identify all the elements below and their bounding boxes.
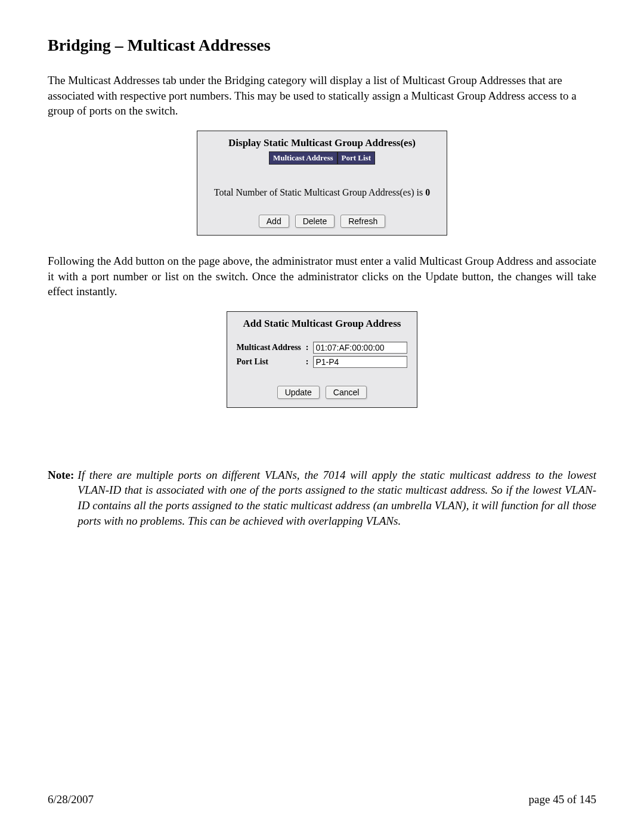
page-title: Bridging – Multicast Addresses bbox=[48, 36, 596, 55]
label-port-list: Port List bbox=[234, 355, 304, 369]
footer-date: 6/28/2007 bbox=[48, 793, 94, 806]
add-multicast-panel: Add Static Multicast Group Address Multi… bbox=[227, 311, 417, 408]
multicast-address-input[interactable] bbox=[313, 342, 407, 354]
panel1-button-row: Add Delete Refresh bbox=[202, 215, 442, 228]
panel1-total-line: Total Number of Static Multicast Group A… bbox=[202, 187, 442, 198]
cancel-button[interactable]: Cancel bbox=[326, 386, 367, 399]
col-port-list: Port List bbox=[338, 151, 375, 165]
panel1-title: Display Static Multicast Group Address(e… bbox=[202, 137, 442, 149]
row-port-list: Port List : bbox=[234, 355, 410, 369]
label-multicast-address: Multicast Address bbox=[234, 340, 304, 355]
colon: : bbox=[304, 340, 311, 355]
panel2-form-table: Multicast Address : Port List : bbox=[234, 340, 410, 369]
document-page: Bridging – Multicast Addresses The Multi… bbox=[0, 0, 644, 833]
panel1-table-header: Multicast Address Port List bbox=[202, 151, 442, 165]
update-button[interactable]: Update bbox=[277, 386, 320, 399]
refresh-button[interactable]: Refresh bbox=[340, 215, 385, 228]
note-block: Note: If there are multiple ports on dif… bbox=[48, 467, 596, 529]
intro-paragraph: The Multicast Addresses tab under the Br… bbox=[48, 73, 596, 119]
row-multicast-address: Multicast Address : bbox=[234, 340, 410, 355]
panel2-button-row: Update Cancel bbox=[233, 386, 411, 399]
colon: : bbox=[304, 355, 311, 369]
delete-button[interactable]: Delete bbox=[295, 215, 335, 228]
display-multicast-panel: Display Static Multicast Group Address(e… bbox=[197, 131, 447, 236]
footer-page: page 45 of 145 bbox=[529, 793, 596, 806]
note-label: Note: bbox=[48, 467, 78, 529]
panel1-total-value: 0 bbox=[425, 187, 430, 197]
note-text: If there are multiple ports on different… bbox=[78, 467, 596, 529]
col-multicast-address: Multicast Address bbox=[269, 151, 338, 165]
add-button[interactable]: Add bbox=[259, 215, 289, 228]
port-list-input[interactable] bbox=[313, 356, 407, 368]
page-footer: 6/28/2007 page 45 of 145 bbox=[48, 793, 596, 806]
panel1-total-prefix: Total Number of Static Multicast Group A… bbox=[214, 187, 425, 197]
middle-paragraph: Following the Add button on the page abo… bbox=[48, 253, 596, 299]
panel2-title: Add Static Multicast Group Address bbox=[233, 318, 411, 330]
